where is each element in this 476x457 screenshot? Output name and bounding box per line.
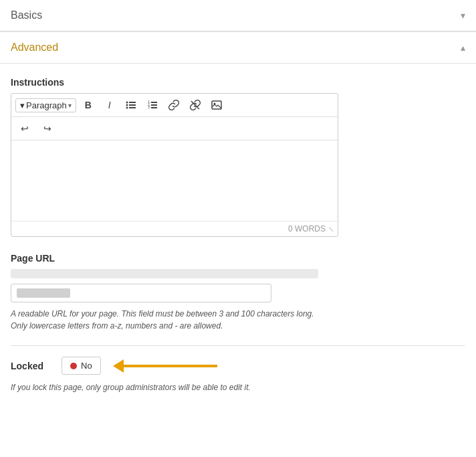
url-blurred-prefix: [11, 269, 318, 278]
page-url-section: Page URL A readable URL for your page. T…: [11, 253, 465, 332]
svg-text:3.: 3.: [148, 105, 150, 109]
word-count: 0 WORDS: [288, 224, 326, 234]
arrow-head: [113, 359, 124, 373]
basics-section: Basics ▾: [0, 0, 476, 32]
basics-title: Basics: [11, 9, 42, 21]
editor-body[interactable]: [11, 141, 338, 221]
bold-button[interactable]: B: [79, 96, 98, 114]
bullet-list-icon: [126, 100, 136, 110]
basics-chevron: ▾: [461, 10, 465, 21]
instructions-field: Instructions ▾ Paragraph ▾ B I: [11, 77, 465, 237]
svg-rect-13: [212, 101, 221, 109]
locked-no-label: No: [81, 361, 92, 371]
resize-handle: ⤡: [328, 225, 334, 233]
locked-section: Locked No If you lock this page, only gr…: [11, 345, 465, 392]
svg-rect-1: [129, 102, 136, 103]
link-icon: [168, 100, 179, 110]
paragraph-dropdown[interactable]: ▾ Paragraph ▾: [15, 98, 76, 112]
paragraph-label: Paragraph: [26, 100, 67, 110]
advanced-chevron: ▴: [461, 42, 465, 53]
svg-point-4: [126, 107, 128, 109]
page-url-label: Page URL: [11, 253, 465, 264]
url-input-container[interactable]: [11, 284, 271, 302]
locked-label: Locked: [11, 361, 51, 371]
locked-no-button[interactable]: No: [62, 357, 101, 375]
toolbar-row2: ↩ ↪: [11, 117, 338, 141]
svg-rect-11: [151, 107, 157, 108]
locked-control-area: No: [62, 357, 217, 375]
svg-rect-7: [151, 102, 157, 103]
ordered-list-icon: 1. 2. 3.: [147, 100, 158, 110]
svg-rect-9: [151, 104, 157, 106]
svg-point-0: [126, 102, 128, 104]
bullet-list-button[interactable]: [122, 96, 140, 114]
svg-rect-5: [129, 107, 136, 108]
instructions-label: Instructions: [11, 77, 465, 88]
undo-button[interactable]: ↩: [15, 120, 34, 137]
svg-point-2: [126, 104, 128, 106]
locked-row: Locked No: [11, 357, 465, 375]
dropdown-chevron-left: ▾: [20, 100, 25, 110]
dropdown-chevron: ▾: [68, 102, 72, 109]
editor-footer: 0 WORDS ⤡: [11, 221, 338, 236]
image-button[interactable]: [207, 96, 226, 114]
url-hint-line2: Only lowercase letters from a-z, numbers…: [11, 321, 223, 331]
advanced-section: Advanced ▴ Instructions ▾ Paragraph ▾ B …: [0, 32, 476, 405]
locked-hint: If you lock this page, only group admini…: [11, 383, 465, 392]
advanced-content: Instructions ▾ Paragraph ▾ B I: [0, 64, 476, 405]
arrow-shaft: [124, 365, 217, 367]
link-button[interactable]: [164, 96, 183, 114]
url-input-value-blurred: [17, 288, 70, 298]
italic-button[interactable]: I: [100, 96, 119, 114]
url-hint-line1: A readable URL for your page. This field…: [11, 309, 314, 318]
image-icon: [211, 100, 222, 110]
locked-dot-indicator: [70, 363, 77, 369]
advanced-header[interactable]: Advanced ▴: [0, 32, 476, 64]
advanced-title: Advanced: [11, 41, 58, 54]
ordered-list-button[interactable]: 1. 2. 3.: [143, 96, 162, 114]
basics-header[interactable]: Basics ▾: [0, 0, 476, 31]
svg-line-12: [191, 101, 199, 109]
unlink-icon: [190, 100, 201, 110]
toolbar-row1: ▾ Paragraph ▾ B I: [11, 94, 338, 117]
rich-text-editor: ▾ Paragraph ▾ B I: [11, 93, 338, 237]
url-hint: A readable URL for your page. This field…: [11, 308, 345, 332]
svg-rect-3: [129, 104, 136, 106]
unlink-button[interactable]: [186, 96, 205, 114]
arrow-pointer: [114, 359, 217, 373]
redo-button[interactable]: ↪: [38, 120, 57, 137]
